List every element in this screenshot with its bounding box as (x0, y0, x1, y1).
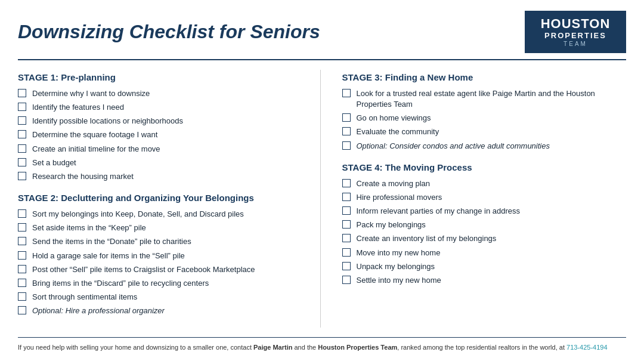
logo-houston: HOUSTON (541, 17, 611, 31)
checkbox[interactable] (342, 248, 351, 257)
list-item: Research the housing market (18, 171, 302, 182)
list-item: Sort my belongings into Keep, Donate, Se… (18, 209, 302, 220)
footer-bold-paige: Paige Martin (253, 344, 292, 351)
stage2-section: STAGE 2: Decluttering and Organizing You… (18, 193, 302, 317)
checkbox[interactable] (18, 251, 26, 260)
footer-text-mid1: and the (292, 344, 318, 351)
stage4-title: STAGE 4: The Moving Process (342, 162, 627, 172)
checkbox[interactable] (342, 193, 351, 201)
checkbox[interactable] (18, 292, 26, 301)
list-item: Sort through sentimental items (18, 292, 302, 303)
list-item: Pack my belongings (342, 220, 627, 230)
item-text: Optional: Consider condos and active adu… (357, 141, 627, 152)
list-item: Hold a garage sale for items in the “Sel… (18, 251, 302, 261)
list-item: Go on home viewings (342, 113, 627, 124)
item-text: Look for a trusted real estate agent lik… (357, 88, 627, 110)
checkbox[interactable] (18, 116, 26, 125)
list-item: Look for a trusted real estate agent lik… (342, 88, 627, 110)
item-text: Create an initial timeline for the move (32, 144, 302, 155)
checkbox[interactable] (18, 279, 26, 287)
checkbox[interactable] (342, 276, 351, 284)
logo-properties: PROPERTIES (544, 31, 606, 41)
item-text: Bring items in the “Discard” pile to rec… (32, 278, 302, 289)
stage2-title: STAGE 2: Decluttering and Organizing You… (18, 193, 302, 203)
page-title: Downsizing Checklist for Seniors (18, 21, 320, 43)
checkbox[interactable] (18, 158, 26, 166)
checkbox[interactable] (18, 209, 26, 218)
stage1-title: STAGE 1: Pre-planning (18, 72, 302, 82)
checkbox[interactable] (18, 130, 26, 138)
checkbox[interactable] (18, 172, 26, 180)
checkbox[interactable] (342, 234, 351, 242)
page: Downsizing Checklist for Seniors HOUSTON… (0, 0, 644, 358)
item-text: Inform relevant parties of my change in … (357, 206, 627, 217)
checkbox[interactable] (18, 103, 26, 111)
logo-box: HOUSTON PROPERTIES TEAM (525, 11, 626, 53)
stage4-checklist: Create a moving plan Hire professional m… (342, 178, 627, 286)
footer-phone-link[interactable]: 713-425-4194 (566, 344, 608, 351)
footer-text-before: If you need help with selling your home … (18, 344, 253, 351)
list-item: Determine the square footage I want (18, 129, 302, 140)
checkbox[interactable] (342, 206, 351, 215)
item-text: Set aside items in the “Keep” pile (32, 223, 302, 233)
list-item: Bring items in the “Discard” pile to rec… (18, 278, 302, 289)
stage3-title: STAGE 3: Finding a New Home (342, 72, 627, 82)
left-column: STAGE 1: Pre-planning Determine why I wa… (18, 70, 321, 328)
checkbox[interactable] (342, 141, 351, 150)
main-content: STAGE 1: Pre-planning Determine why I wa… (0, 60, 644, 334)
checkbox[interactable] (342, 113, 351, 122)
checkbox[interactable] (18, 223, 26, 232)
list-item: Move into my new home (342, 248, 627, 258)
stage3-section: STAGE 3: Finding a New Home Look for a t… (342, 72, 627, 152)
item-text: Determine the square footage I want (32, 129, 302, 140)
stage1-checklist: Determine why I want to downsize Identif… (18, 88, 302, 182)
checkbox[interactable] (342, 262, 351, 270)
item-text: Send the items in the “Donate” pile to c… (32, 236, 302, 247)
list-item: Identify possible locations or neighborh… (18, 116, 302, 126)
item-text: Determine why I want to downsize (32, 88, 302, 99)
list-item: Hire professional movers (342, 192, 627, 203)
item-text: Optional: Hire a professional organizer (32, 305, 302, 316)
item-text: Create a moving plan (357, 178, 627, 189)
stage1-section: STAGE 1: Pre-planning Determine why I wa… (18, 72, 302, 182)
checkbox[interactable] (342, 179, 351, 187)
item-text: Research the housing market (32, 171, 302, 182)
list-item: Inform relevant parties of my change in … (342, 206, 627, 217)
header: Downsizing Checklist for Seniors HOUSTON… (0, 0, 644, 59)
list-item: Unpack my belongings (342, 261, 627, 272)
list-item: Set aside items in the “Keep” pile (18, 223, 302, 233)
item-text: Post other “Sell” pile items to Craigsli… (32, 264, 302, 275)
item-text: Hold a garage sale for items in the “Sel… (32, 251, 302, 261)
checkbox[interactable] (18, 265, 26, 273)
checkbox[interactable] (18, 306, 26, 314)
item-text: Set a budget (32, 158, 302, 168)
item-text: Move into my new home (357, 248, 627, 258)
item-text: Sort through sentimental items (32, 292, 302, 303)
item-text: Go on home viewings (357, 113, 627, 124)
item-text: Create an inventory list of my belonging… (357, 233, 627, 244)
checkbox[interactable] (18, 144, 26, 153)
list-item: Optional: Hire a professional organizer (18, 305, 302, 316)
checkbox[interactable] (342, 127, 351, 135)
list-item: Send the items in the “Donate” pile to c… (18, 236, 302, 247)
checkbox[interactable] (342, 220, 351, 229)
list-item: Create a moving plan (342, 178, 627, 189)
list-item: Create an inventory list of my belonging… (342, 233, 627, 244)
item-text: Unpack my belongings (357, 261, 627, 272)
item-text: Identify possible locations or neighborh… (32, 116, 302, 126)
footer-bold-team: Houston Properties Team (318, 344, 397, 351)
item-text: Evaluate the community (357, 126, 627, 137)
list-item: Identify the features I need (18, 102, 302, 113)
footer-text-mid2: , ranked among the top residential realt… (397, 344, 566, 351)
checkbox[interactable] (342, 89, 351, 97)
list-item: Create an initial timeline for the move (18, 144, 302, 155)
stage2-checklist: Sort my belongings into Keep, Donate, Se… (18, 209, 302, 317)
list-item: Settle into my new home (342, 275, 627, 286)
stage3-checklist: Look for a trusted real estate agent lik… (342, 88, 627, 152)
item-text: Hire professional movers (357, 192, 627, 203)
item-text: Settle into my new home (357, 275, 627, 286)
checkbox[interactable] (18, 237, 26, 245)
stage4-section: STAGE 4: The Moving Process Create a mov… (342, 162, 627, 286)
item-text: Pack my belongings (357, 220, 627, 230)
checkbox[interactable] (18, 89, 26, 97)
